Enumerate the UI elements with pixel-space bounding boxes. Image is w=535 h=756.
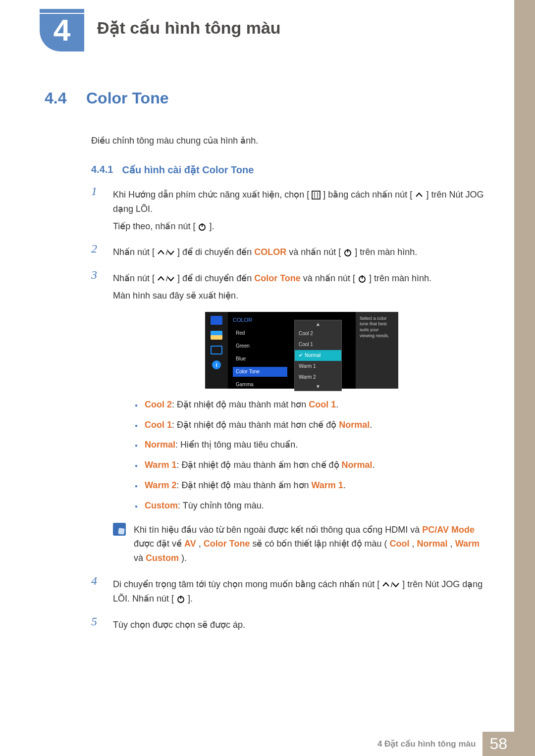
svg-text:/: /: [166, 249, 168, 256]
section-title: Color Tone: [86, 89, 169, 107]
step-number: 2: [91, 242, 104, 259]
bullet-dot-icon: ●: [135, 402, 138, 409]
text: .: [336, 400, 338, 409]
dropdown-item: Cool 2: [295, 328, 341, 339]
keyword: Color Tone: [204, 539, 250, 549]
text: Khi tín hiệu đầu vào từ bên ngoài được k…: [134, 525, 422, 535]
osd-item: Green: [233, 341, 287, 351]
osd-menu-list: COLOR Red Green Blue Color Tone Gamma: [228, 312, 292, 389]
text: : Đặt nhiệt độ màu thành ấm hơn: [176, 480, 311, 490]
keyword: Normal: [145, 440, 175, 450]
osd-item: Gamma: [233, 380, 287, 390]
keyword: Warm: [455, 539, 480, 549]
svg-rect-0: [312, 191, 320, 199]
text: ).: [181, 553, 187, 563]
keyword: Cool 1: [145, 420, 172, 430]
bullet-dot-icon: ●: [135, 442, 138, 450]
bullet-dot-icon: ●: [135, 462, 138, 470]
step-1: 1 Khi Hướng dẫn phím chức năng xuất hiện…: [91, 185, 490, 233]
keyword: Cool 1: [309, 400, 336, 409]
keyword: Warm 1: [312, 480, 343, 490]
text: .: [373, 460, 375, 470]
keyword: Warm 2: [145, 480, 176, 490]
subsection-number: 4.4.1: [91, 164, 113, 176]
bullet-dot-icon: ●: [135, 482, 138, 490]
section-heading: 4.4 Color Tone: [45, 89, 490, 107]
up-icon: [415, 191, 424, 200]
text: ] trên màn hình.: [369, 273, 431, 283]
osd-category: COLOR: [233, 316, 287, 325]
osd-icon-color: [211, 331, 222, 340]
text: Normal: [305, 353, 321, 358]
text: ] để di chuyển đến: [177, 273, 254, 283]
footer-chapter-text: 4 Đặt cấu hình tông màu: [377, 739, 476, 749]
osd-item-selected: Color Tone: [233, 367, 287, 377]
keyword: Normal: [417, 539, 448, 549]
text: : Đặt nhiệt độ màu thành ấm hơn chế độ: [176, 460, 341, 470]
up-down-icon: /: [157, 274, 175, 283]
text: Khi Hướng dẫn phím chức năng xuất hiện, …: [113, 190, 309, 200]
bullet-item: ●Warm 2: Đặt nhiệt độ màu thành ấm hơn W…: [135, 478, 490, 493]
bullet-item: ●Warm 1: Đặt nhiệt độ màu thành ấm hơn c…: [135, 458, 490, 472]
bullet-item: ●Cool 1: Đặt nhiệt độ màu thành mát hơn …: [135, 418, 490, 432]
footer-page-number: 58: [482, 732, 514, 756]
note-block: Khi tín hiệu đầu vào từ bên ngoài được k…: [113, 523, 490, 565]
keyword: AV: [184, 539, 196, 549]
page-footer: 4 Đặt cấu hình tông màu 58: [0, 728, 535, 756]
keyword: Normal: [339, 420, 370, 430]
step-3: 3 Nhấn nút [ / ] để di chuyển đến Color …: [91, 268, 490, 565]
chapter-number-tab: 4: [40, 9, 84, 51]
osd-sidebar: i: [205, 312, 228, 389]
text: ].: [209, 221, 214, 231]
step-2: 2 Nhấn nút [ / ] để di chuyển đến COLOR …: [91, 242, 490, 259]
bullet-item: ●Custom: Tùy chỉnh tông màu.: [135, 499, 490, 513]
bullet-item: ●Cool 2: Đặt nhiệt độ màu thành mát hơn …: [135, 398, 490, 412]
keyword: Cool: [390, 539, 410, 549]
text: ,: [199, 539, 201, 549]
dropdown-down-icon: ▼: [295, 383, 341, 391]
subsection-title: Cấu hình cài đặt Color Tone: [122, 164, 254, 176]
osd-item: Red: [233, 328, 287, 338]
note-body: Khi tín hiệu đầu vào từ bên ngoài được k…: [134, 523, 490, 565]
up-down-icon: /: [382, 580, 400, 589]
text: và: [134, 553, 146, 563]
text: : Tùy chỉnh tông màu.: [178, 501, 264, 510]
up-down-icon: /: [157, 248, 175, 257]
power-icon: [176, 595, 185, 604]
osd-item: Blue: [233, 354, 287, 364]
svg-text:/: /: [391, 581, 393, 589]
bullet-dot-icon: ●: [135, 422, 138, 430]
step-number: 3: [91, 268, 104, 565]
dropdown-item: Warm 2: [295, 372, 341, 383]
menu-icon: [312, 191, 321, 200]
keyword: PC/AV Mode: [422, 525, 475, 535]
step-5: 5 Tùy chọn được chọn sẽ được áp.: [91, 615, 490, 632]
keyword-colortone: Color Tone: [254, 273, 301, 283]
osd-screenshot: i COLOR Red Green Blue Color Tone Gamma …: [205, 312, 398, 389]
power-icon: [198, 222, 207, 231]
text: được đặt về: [134, 539, 184, 549]
step-body: Khi Hướng dẫn phím chức năng xuất hiện, …: [113, 185, 490, 233]
text: Màn hình sau đây sẽ xuất hiện.: [113, 289, 490, 303]
check-icon: ✔: [299, 353, 303, 358]
bullet-dot-icon: ●: [135, 503, 138, 510]
step-number: 1: [91, 185, 104, 233]
text: : Hiển thị tông màu tiêu chuẩn.: [175, 440, 298, 450]
power-icon: [358, 274, 367, 283]
text: : Đặt nhiệt độ màu thành mát hơn: [172, 400, 309, 409]
dropdown-item: Warm 1: [295, 361, 341, 372]
text: ] bằng cách nhấn nút [: [323, 190, 412, 200]
text: ] trên màn hình.: [355, 247, 417, 257]
dropdown-item-active: ✔Normal: [295, 350, 341, 361]
text: Nhấn nút [: [113, 247, 155, 257]
right-color-band: [514, 0, 535, 756]
keyword: Cool 2: [145, 400, 172, 409]
step-body: Tùy chọn được chọn sẽ được áp.: [113, 615, 490, 632]
osd-icon-picture: [211, 316, 222, 325]
step-number: 4: [91, 574, 104, 606]
text: sẽ có bốn thiết lập nhiệt độ màu (: [252, 539, 387, 549]
step-number: 5: [91, 615, 104, 632]
step-body: Di chuyển trọng tâm tới tùy chọn mong mu…: [113, 574, 490, 606]
section-number: 4.4: [45, 89, 72, 107]
text: ].: [188, 594, 193, 604]
